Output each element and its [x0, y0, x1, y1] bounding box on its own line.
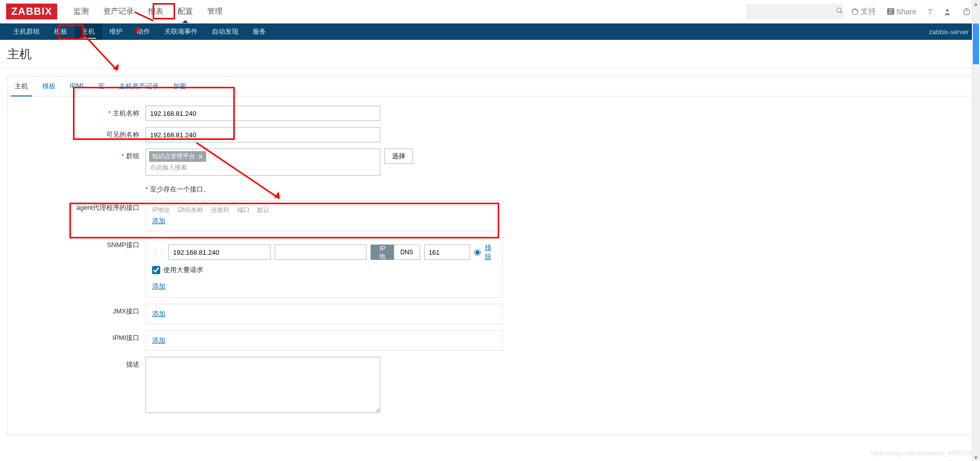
support-label: 支持 [861, 7, 876, 16]
tab-ipmi[interactable]: IPMI [63, 77, 91, 96]
scrollbar-thumb[interactable] [973, 23, 979, 64]
support-link[interactable]: 支持 [848, 5, 879, 18]
topnav-reports[interactable]: 报表 [141, 1, 170, 22]
tab-encryption[interactable]: 加密 [166, 77, 193, 96]
tab-inventory[interactable]: 主机资产记录 [112, 77, 166, 96]
help-link[interactable]: ? [925, 5, 935, 18]
subnav-services[interactable]: 服务 [246, 23, 273, 40]
tab-macros[interactable]: 宏 [91, 77, 112, 96]
agent-interface-header: IP地址 DNS名称 连接到 端口 默认 [152, 206, 496, 216]
agent-interface-box: IP地址 DNS名称 连接到 端口 默认 添加 [145, 200, 503, 231]
group-tag-remove-icon[interactable]: ✕ [198, 153, 203, 160]
row-description: 描述 [18, 357, 962, 413]
interface-note: *至少存在一个接口。 [145, 182, 210, 194]
row-jmx-interface: JMX接口 添加 [18, 304, 962, 324]
desc-label: 描述 [18, 357, 145, 369]
group-tag[interactable]: 知识点管理平台 ✕ [149, 151, 206, 162]
form-tabs: 主机 模板 IPMI 宏 主机资产记录 加密 [8, 77, 972, 96]
connect-ip-button[interactable]: IP地址 [371, 245, 394, 260]
scrollbar[interactable]: ▲ ▼ [972, 0, 980, 442]
share-link[interactable]: Z Share [884, 5, 920, 18]
snmp-interface-box: ⋮⋮ IP地址 DNS 移除 使用大量请求 添加 [145, 237, 503, 298]
row-groups: *群组 知识点管理平台 ✕ 在此输入搜索 选择 [18, 149, 962, 176]
jmx-interface-box: 添加 [145, 304, 503, 324]
ipmi-add-link[interactable]: 添加 [152, 336, 165, 345]
snmp-add-link[interactable]: 添加 [152, 282, 165, 291]
scrollbar-up-icon[interactable]: ▲ [973, 1, 978, 6]
user-icon[interactable] [940, 6, 954, 18]
logo[interactable]: ZABBIX [6, 4, 57, 19]
tab-templates[interactable]: 模板 [35, 77, 63, 96]
ipmi-interface-box: 添加 [145, 330, 503, 351]
agent-label: agent代理程序的接口 [18, 200, 145, 212]
row-ipmi-interface: IPMI接口 添加 [18, 330, 962, 351]
topnav-inventory[interactable]: 资产记录 [96, 1, 141, 22]
snmp-dns-input[interactable] [275, 245, 366, 260]
row-visiblename: 可见的名称 [18, 127, 962, 142]
groups-hint: 在此输入搜索 [150, 163, 187, 172]
topnav-config[interactable]: 配置 [170, 1, 200, 22]
snmp-row: ⋮⋮ IP地址 DNS 移除 [152, 243, 496, 261]
subnav-hosts[interactable]: 主机 [75, 23, 102, 40]
topnav-admin[interactable]: 管理 [200, 1, 230, 22]
form-area: *主机名称 可见的名称 *群组 知识点管理平台 ✕ 在此输入搜索 选择 *至少存… [8, 96, 972, 434]
subnav-correlation[interactable]: 关联项事件 [157, 23, 205, 40]
groups-multiselect[interactable]: 知识点管理平台 ✕ 在此输入搜索 [145, 149, 380, 176]
ipmi-label: IPMI接口 [18, 330, 145, 343]
snmp-default-radio[interactable] [474, 249, 481, 256]
group-tag-label: 知识点管理平台 [152, 152, 195, 161]
top-bar: ZABBIX 监测 资产记录 报表 配置 管理 支持 Z Share ? [0, 0, 980, 23]
share-label: Share [896, 7, 917, 16]
sub-nav: 主机群组 模板 主机 维护 动作 关联项事件 自动发现 服务 zabbix-se… [0, 23, 980, 40]
snmp-bulk-checkbox[interactable] [152, 266, 160, 274]
subnav-templates[interactable]: 模板 [47, 23, 75, 40]
row-interface-note: *至少存在一个接口。 [18, 182, 962, 194]
tab-host[interactable]: 主机 [8, 77, 35, 96]
page-title: 主机 [0, 40, 980, 69]
groups-label: *群组 [18, 149, 145, 161]
hostname-label: *主机名称 [18, 106, 145, 118]
row-hostname: *主机名称 [18, 106, 962, 121]
drag-handle-icon[interactable]: ⋮⋮ [152, 248, 164, 256]
desc-textarea[interactable] [145, 357, 380, 413]
connect-to-toggle: IP地址 DNS [371, 245, 420, 260]
agent-add-link[interactable]: 添加 [152, 216, 165, 226]
subnav-actions[interactable]: 动作 [130, 23, 157, 40]
svg-line-1 [840, 12, 842, 14]
snmp-ip-input[interactable] [168, 245, 271, 260]
snmp-bulk-row: 使用大量请求 [152, 265, 496, 275]
hostname-input[interactable] [145, 106, 380, 121]
snmp-port-input[interactable] [424, 245, 470, 260]
row-snmp-interface: SNMP接口 ⋮⋮ IP地址 DNS 移除 使用大量请求 [18, 237, 962, 298]
topbar-right: 支持 Z Share ? [746, 4, 974, 19]
svg-point-0 [837, 8, 841, 12]
groups-select-button[interactable]: 选择 [384, 149, 413, 164]
snmp-bulk-label: 使用大量请求 [163, 265, 203, 275]
context-host[interactable]: zabbix-server [929, 28, 974, 36]
content-card: 主机 模板 IPMI 宏 主机资产记录 加密 *主机名称 可见的名称 *群组 知… [7, 76, 973, 435]
search-input[interactable] [750, 8, 836, 15]
snmp-remove-link[interactable]: 移除 [485, 243, 496, 261]
jmx-label: JMX接口 [18, 304, 145, 316]
row-agent-interface: agent代理程序的接口 IP地址 DNS名称 连接到 端口 默认 添加 [18, 200, 962, 231]
search-box[interactable] [746, 4, 843, 19]
connect-dns-button[interactable]: DNS [394, 245, 420, 260]
subnav-maintenance[interactable]: 维护 [102, 23, 130, 40]
subnav-hostgroups[interactable]: 主机群组 [6, 23, 47, 40]
visiblename-label: 可见的名称 [18, 127, 145, 139]
snmp-label: SNMP接口 [18, 237, 145, 250]
svg-point-3 [946, 9, 948, 11]
visiblename-input[interactable] [145, 127, 380, 142]
subnav-discovery[interactable]: 自动发现 [205, 23, 246, 40]
topnav-monitoring[interactable]: 监测 [66, 1, 96, 22]
top-nav: 监测 资产记录 报表 配置 管理 [66, 1, 230, 22]
share-badge-icon: Z [887, 8, 894, 15]
jmx-add-link[interactable]: 添加 [152, 309, 165, 319]
search-icon[interactable] [836, 7, 843, 16]
